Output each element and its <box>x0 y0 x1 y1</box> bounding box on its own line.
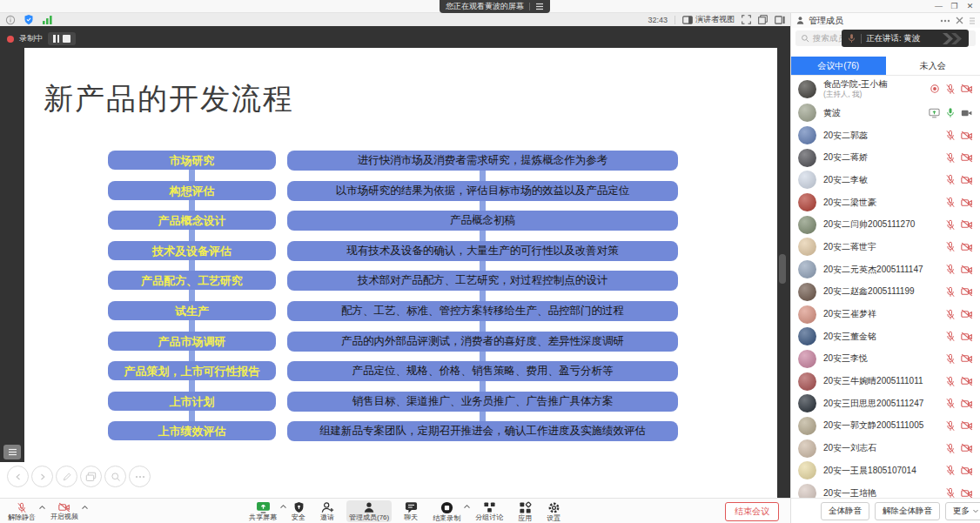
caret-up-icon[interactable] <box>463 504 471 509</box>
participant-row[interactable]: 20安三田思思2005111247 <box>791 392 980 415</box>
toolbar-item-breakout[interactable]: 分组讨论 <box>473 500 506 522</box>
cam-off-icon[interactable] <box>961 198 973 208</box>
participant-row[interactable]: 20安二蒋娇 <box>791 146 980 169</box>
side-panel-icon[interactable] <box>775 16 785 24</box>
toolbar-item-cam-off[interactable]: 开启视频 <box>48 501 81 521</box>
more-options-icon[interactable] <box>940 19 950 23</box>
toolbar-item-stop-record[interactable]: 结束录制 <box>430 500 463 523</box>
mic-off-icon[interactable] <box>945 487 956 498</box>
caret-up-icon[interactable] <box>279 504 287 509</box>
cam-off-icon[interactable] <box>961 332 973 342</box>
cam-off-icon[interactable] <box>961 309 973 319</box>
shield-protect-icon[interactable] <box>23 14 34 25</box>
cam-off-icon[interactable] <box>961 466 973 476</box>
close-button[interactable]: ✕ <box>963 1 977 12</box>
participant-row[interactable]: 20安一王晨1805107014 <box>791 459 980 482</box>
participant-row[interactable]: 20安二闫帅2005111270 <box>791 213 980 236</box>
cam-off-icon[interactable] <box>961 175 973 185</box>
network-signal-icon[interactable] <box>42 15 53 24</box>
toolbar-item-invite[interactable]: 邀请 <box>318 500 337 522</box>
mic-off-icon[interactable] <box>945 398 956 409</box>
participant-row[interactable]: 20安二元英杰2005111147 <box>791 258 980 281</box>
panel-handle-icon[interactable] <box>969 16 976 26</box>
more-button[interactable]: 更多 <box>945 502 980 520</box>
cam-off-icon[interactable] <box>961 488 973 498</box>
mute-all-button[interactable]: 全体静音 <box>821 502 869 520</box>
cam-off-icon[interactable] <box>961 443 973 453</box>
next-slide-button[interactable] <box>31 466 53 487</box>
close-panel-icon[interactable] <box>956 17 963 24</box>
meeting-info-icon[interactable] <box>5 15 16 25</box>
minimize-button[interactable]: — <box>931 1 946 12</box>
participant-row[interactable]: 20安二赵鑫2005111199 <box>791 281 980 304</box>
participant-row[interactable]: 20安一刘志石 <box>791 437 980 459</box>
slide-panel-toggle[interactable] <box>3 445 21 459</box>
toolbar-item-security[interactable]: 安全 <box>289 500 308 522</box>
cam-off-icon[interactable] <box>961 399 973 409</box>
participant-row[interactable]: 20安二蒋世宇 <box>791 236 980 258</box>
mic-off-icon[interactable] <box>945 241 956 252</box>
mic-off-icon[interactable] <box>945 130 956 141</box>
sidebar-tab[interactable]: 会议中(76) <box>791 57 886 75</box>
more-slide-button[interactable] <box>129 466 151 487</box>
cam-off-icon[interactable] <box>961 242 973 252</box>
stop-recording-icon[interactable] <box>63 35 70 43</box>
cam-on-icon[interactable] <box>961 108 973 118</box>
participant-row[interactable]: 20安二梁世豪 <box>791 191 980 214</box>
participant-row[interactable]: 20安三李悦 <box>791 348 980 371</box>
cam-off-icon[interactable] <box>961 131 973 141</box>
toolbar-item-apps[interactable]: 应用 <box>515 500 534 523</box>
cam-off-icon[interactable] <box>961 152 973 163</box>
participant-row[interactable]: 20安一王培艳 <box>791 482 980 498</box>
mic-off-icon[interactable] <box>945 174 956 185</box>
unmute-all-button[interactable]: 解除全体静音 <box>875 502 940 520</box>
mic-off-icon[interactable] <box>945 465 956 476</box>
maximize-button[interactable]: ❐ <box>947 1 962 12</box>
pause-recording-icon[interactable] <box>53 35 59 43</box>
toolbar-item-chat[interactable]: 聊天 <box>401 500 420 522</box>
sidebar-tab[interactable]: 未入会 <box>886 57 980 75</box>
layout-grid-icon[interactable] <box>758 15 768 24</box>
zoom-slide-button[interactable] <box>104 466 126 487</box>
participant-row[interactable]: 20安二郭蕊 <box>791 124 980 147</box>
mic-on-icon[interactable] <box>945 107 956 118</box>
pen-slide-button[interactable] <box>56 466 77 487</box>
mic-off-icon[interactable] <box>945 420 956 432</box>
cam-off-icon[interactable] <box>961 219 973 230</box>
cam-off-icon[interactable] <box>961 84 973 94</box>
cam-off-icon[interactable] <box>961 376 973 386</box>
participant-row[interactable]: 20安一郭文静2005111005 <box>791 415 980 438</box>
toolbar-item-share-screen[interactable]: 共享屏幕 <box>246 500 279 522</box>
mic-off-icon[interactable] <box>945 353 956 365</box>
end-meeting-button[interactable]: 结束会议 <box>725 502 779 521</box>
mic-off-icon[interactable] <box>945 286 956 298</box>
mic-off-icon[interactable] <box>945 152 956 164</box>
caret-up-icon[interactable] <box>81 505 89 510</box>
participant-row[interactable]: 食品学院-王小楠(主持人, 我) <box>791 76 980 102</box>
mic-off-icon[interactable] <box>945 264 956 275</box>
mic-off-icon[interactable] <box>945 331 956 342</box>
participant-row[interactable]: 20安三崔梦祥 <box>791 303 980 325</box>
cam-off-icon[interactable] <box>961 286 973 297</box>
toolbar-item-mic-off[interactable]: 解除静音 <box>5 501 38 522</box>
fullscreen-icon[interactable] <box>742 15 751 24</box>
caret-up-icon[interactable] <box>38 505 46 510</box>
cam-off-icon[interactable] <box>961 420 973 431</box>
prev-slide-button[interactable] <box>7 466 29 487</box>
cam-off-icon[interactable] <box>961 353 973 364</box>
mic-off-icon[interactable] <box>945 219 956 231</box>
sharing-icon[interactable] <box>929 108 940 118</box>
participant-row[interactable]: 黄波 <box>791 102 980 124</box>
toolbar-item-settings[interactable]: 设置 <box>544 500 563 523</box>
participant-row[interactable]: 20安三董金铭 <box>791 325 980 348</box>
mic-off-icon[interactable] <box>945 84 956 95</box>
mic-off-icon[interactable] <box>945 197 956 208</box>
banner-menu-icon[interactable] <box>535 3 544 10</box>
mic-off-icon[interactable] <box>945 376 956 387</box>
toolbar-item-members[interactable]: 管理成员(76) <box>346 500 392 522</box>
mic-off-icon[interactable] <box>945 309 956 320</box>
stage-scrollbar[interactable] <box>779 254 786 284</box>
participant-row[interactable]: 20安三牛婉晴2005111011 <box>791 370 980 392</box>
record-dot-icon[interactable] <box>930 84 940 94</box>
participant-row[interactable]: 20安二李敏 <box>791 169 980 191</box>
